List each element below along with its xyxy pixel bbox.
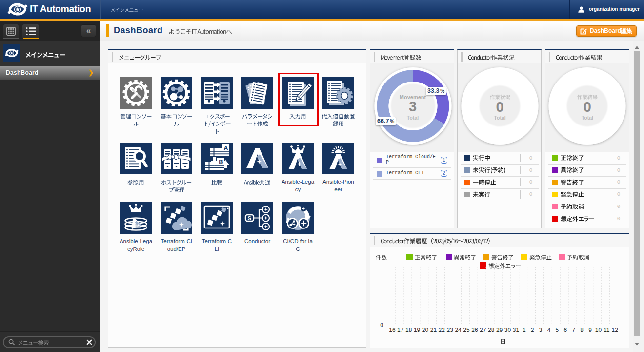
svg-text:A: A [223,145,228,152]
svg-text:S: S [248,215,252,221]
